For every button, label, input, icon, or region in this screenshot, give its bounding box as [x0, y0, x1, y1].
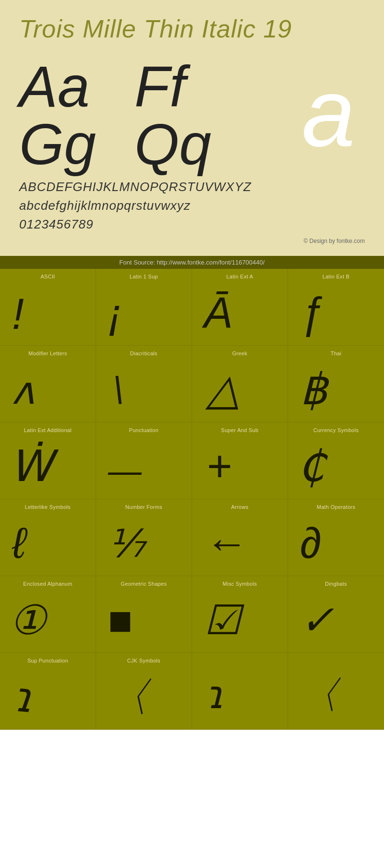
cell-letterlike-symbols: Letterlike Symbols ℓ: [0, 499, 96, 576]
label-latin-ext-a: Latin Ext A: [197, 274, 283, 279]
symbol-modifier-letters: ʌ: [5, 358, 35, 418]
label-number-forms: Number Forms: [101, 504, 187, 510]
symbol-sup-punctuation: ɿ: [2, 664, 36, 727]
label-arrows: Arrows: [197, 504, 283, 510]
symbol-misc-symbols: ☑: [197, 589, 240, 649]
cell-number-forms: Number Forms ⅐: [96, 499, 192, 576]
copyright: © Design by fontke.com: [19, 238, 365, 244]
symbol-empty-1: ɿ: [197, 660, 224, 725]
cell-ascii: ASCII !: [0, 269, 96, 346]
cell-dingbats: Dingbats ✓: [288, 576, 384, 653]
label-misc-symbols: Misc Symbols: [197, 581, 283, 587]
label-greek: Greek: [197, 350, 283, 356]
cell-thai: Thai ฿: [288, 346, 384, 422]
cell-cjk-symbols: CJK Symbols 〈: [96, 653, 192, 730]
top-section: Trois Mille Thin Italic 19 Aa Ff a Gg Qq…: [0, 0, 384, 256]
uppercase-alphabet: ABCDEFGHIJKLMNOPQRSTUVWXYZ: [19, 178, 365, 196]
lowercase-alphabet: abcdefghijklmnopqrstuvwxyz: [19, 196, 365, 215]
symbol-latin-ext-b: ƒ: [293, 281, 324, 341]
font-source: Font Source: http://www.fontke.com/font/…: [0, 256, 384, 269]
digits: 0123456789: [19, 215, 365, 234]
symbol-latin1sup: ¡: [101, 281, 122, 341]
label-thai: Thai: [293, 350, 379, 356]
glyph-gg: Gg: [19, 115, 134, 173]
symbol-latin-ext-additional: Ẇ: [5, 435, 52, 495]
label-letterlike-symbols: Letterlike Symbols: [5, 504, 91, 510]
glyphs-grid-section: ASCII ! Latin 1 Sup ¡ Latin Ext A Ā Lati…: [0, 269, 384, 730]
label-punctuation: Punctuation: [101, 427, 187, 433]
cell-currency-symbols: Currency Symbols ₵: [288, 422, 384, 499]
label-ascii: ASCII: [5, 274, 91, 279]
label-modifier-letters: Modifier Letters: [5, 350, 91, 356]
symbol-greek: △: [197, 358, 240, 418]
glyph-ff: Ff: [134, 53, 250, 115]
label-enclosed-alphanum: Enclosed Alphanum: [5, 581, 91, 587]
symbol-cjk-symbols: 〈: [101, 665, 149, 725]
symbol-thai: ฿: [293, 358, 327, 418]
symbol-empty-2: 〈: [293, 660, 338, 725]
label-dingbats: Dingbats: [293, 581, 379, 587]
cell-arrows: Arrows ←: [192, 499, 288, 576]
alphabet-section: ABCDEFGHIJKLMNOPQRSTUVWXYZ abcdefghijklm…: [19, 178, 365, 234]
label-math-operators: Math Operators: [293, 504, 379, 510]
label-cjk-symbols: CJK Symbols: [101, 658, 187, 663]
symbol-dingbats: ✓: [293, 589, 334, 649]
font-title: Trois Mille Thin Italic 19: [19, 14, 365, 43]
symbol-punctuation: —: [101, 435, 142, 495]
cell-geometric-shapes: Geometric Shapes ■: [96, 576, 192, 653]
symbol-currency-symbols: ₵: [293, 435, 325, 495]
symbol-diacriticals: \: [101, 358, 123, 418]
cell-latin-ext-additional: Latin Ext Additional Ẇ: [0, 422, 96, 499]
symbol-latin-ext-a: Ā: [197, 281, 233, 341]
glyph-qq: Qq: [134, 115, 250, 173]
label-diacriticals: Diacriticals: [101, 350, 187, 356]
symbol-super-and-sub: +: [197, 435, 232, 495]
cell-super-and-sub: Super And Sub +: [192, 422, 288, 499]
symbol-ascii: !: [5, 281, 24, 341]
label-currency-symbols: Currency Symbols: [293, 427, 379, 433]
symbol-number-forms: ⅐: [101, 512, 145, 572]
symbol-letterlike-symbols: ℓ: [5, 512, 26, 572]
cell-empty-1: ɿ: [192, 653, 288, 730]
label-latin1sup: Latin 1 Sup: [101, 274, 187, 279]
cell-latin-ext-a: Latin Ext A Ā: [192, 269, 288, 346]
glyphs-grid: ASCII ! Latin 1 Sup ¡ Latin Ext A Ā Lati…: [0, 269, 384, 730]
cell-greek: Greek △: [192, 346, 288, 422]
cell-punctuation: Punctuation —: [96, 422, 192, 499]
cell-sup-punctuation: Sup Punctuation ɿ: [0, 653, 96, 730]
symbol-math-operators: ∂: [293, 512, 321, 572]
symbol-geometric-shapes: ■: [101, 589, 132, 649]
glyph-aa: Aa: [19, 53, 134, 115]
cell-modifier-letters: Modifier Letters ʌ: [0, 346, 96, 422]
cell-empty-2: 〈: [288, 653, 384, 730]
glyph-a-white: a: [250, 53, 365, 173]
cell-math-operators: Math Operators ∂: [288, 499, 384, 576]
glyph-showcase: Aa Ff a Gg Qq: [19, 53, 365, 173]
cell-misc-symbols: Misc Symbols ☑: [192, 576, 288, 653]
label-latin-ext-b: Latin Ext B: [293, 274, 379, 279]
symbol-arrows: ←: [197, 512, 247, 572]
cell-enclosed-alphanum: Enclosed Alphanum ①: [0, 576, 96, 653]
label-super-and-sub: Super And Sub: [197, 427, 283, 433]
symbol-enclosed-alphanum: ①: [5, 589, 46, 649]
label-geometric-shapes: Geometric Shapes: [101, 581, 187, 587]
label-sup-punctuation: Sup Punctuation: [5, 658, 91, 663]
cell-latin1sup: Latin 1 Sup ¡: [96, 269, 192, 346]
cell-diacriticals: Diacriticals \: [96, 346, 192, 422]
cell-latin-ext-b: Latin Ext B ƒ: [288, 269, 384, 346]
label-latin-ext-additional: Latin Ext Additional: [5, 427, 91, 433]
